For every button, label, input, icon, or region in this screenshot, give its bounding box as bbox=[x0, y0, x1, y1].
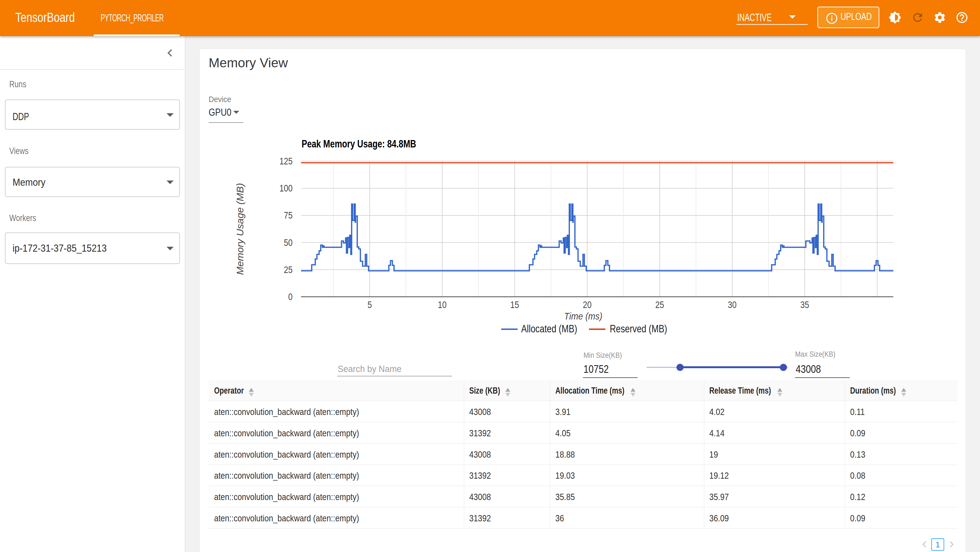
svg-text:Peak Memory Usage: 84.8MB: Peak Memory Usage: 84.8MB bbox=[302, 138, 416, 150]
svg-text:75: 75 bbox=[284, 210, 293, 220]
svg-text:Allocated (MB): Allocated (MB) bbox=[521, 323, 577, 335]
svg-text:35: 35 bbox=[800, 299, 809, 310]
svg-text:0: 0 bbox=[288, 291, 293, 302]
svg-text:25: 25 bbox=[284, 264, 293, 275]
svg-text:Memory Usage (MB): Memory Usage (MB) bbox=[235, 183, 245, 275]
svg-text:25: 25 bbox=[655, 299, 664, 310]
svg-text:100: 100 bbox=[280, 183, 293, 193]
svg-text:Reserved (MB): Reserved (MB) bbox=[610, 323, 667, 335]
svg-text:50: 50 bbox=[284, 237, 293, 248]
svg-text:10: 10 bbox=[438, 299, 447, 310]
svg-text:15: 15 bbox=[510, 299, 519, 310]
svg-text:125: 125 bbox=[280, 156, 293, 166]
svg-text:20: 20 bbox=[583, 299, 592, 310]
svg-text:Time (ms): Time (ms) bbox=[564, 311, 602, 321]
svg-text:5: 5 bbox=[368, 299, 372, 310]
svg-text:30: 30 bbox=[728, 299, 737, 310]
